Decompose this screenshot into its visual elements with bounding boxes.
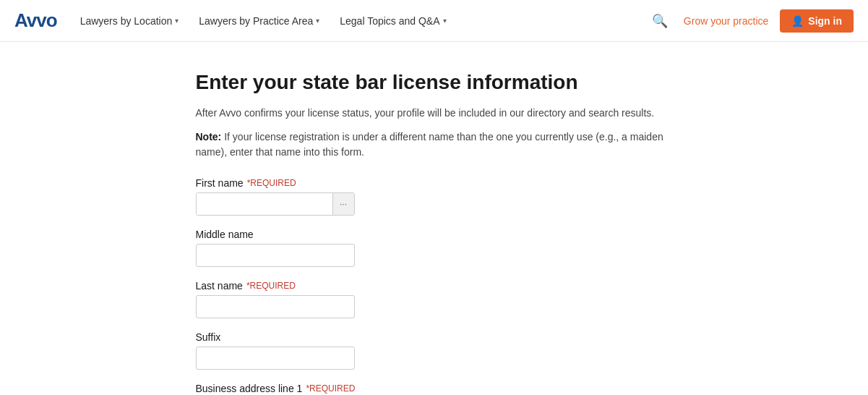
suffix-input[interactable]	[196, 347, 355, 370]
user-icon: 👤	[791, 15, 804, 27]
last-name-required: *REQUIRED	[246, 281, 296, 291]
grow-practice-link[interactable]: Grow your practice	[684, 15, 768, 27]
suffix-label: Suffix	[196, 331, 673, 343]
nav-lawyers-practice[interactable]: Lawyers by Practice Area ▾	[190, 9, 328, 33]
chevron-down-icon: ▾	[175, 17, 179, 25]
page-description: After Avvo confirms your license status,…	[196, 106, 673, 121]
nav-legal-topics[interactable]: Legal Topics and Q&A ▾	[331, 9, 455, 33]
middle-name-input[interactable]	[196, 244, 355, 267]
chevron-down-icon: ▾	[443, 17, 447, 25]
middle-name-label: Middle name	[196, 229, 673, 240]
business-address-1-required: *REQUIRED	[306, 383, 355, 394]
main-nav: Lawyers by Location ▾ Lawyers by Practic…	[72, 9, 648, 33]
first-name-input-wrapper: ···	[196, 192, 355, 216]
first-name-icon-button[interactable]: ···	[332, 193, 354, 215]
last-name-label: Last name *REQUIRED	[196, 280, 673, 292]
suffix-group: Suffix	[196, 331, 673, 370]
business-address-1-group: Business address line 1 *REQUIRED	[196, 383, 673, 395]
sign-in-button[interactable]: 👤 Sign in	[780, 9, 854, 33]
business-address-1-label: Business address line 1 *REQUIRED	[196, 383, 673, 394]
last-name-group: Last name *REQUIRED	[196, 280, 673, 318]
first-name-required: *REQUIRED	[247, 178, 296, 188]
header-right: 🔍 Grow your practice 👤 Sign in	[648, 9, 854, 33]
main-content: Enter your state bar license information…	[181, 42, 687, 395]
avvo-logo[interactable]: Avvo	[14, 9, 57, 32]
page-note: Note: If your license registration is un…	[196, 129, 673, 160]
first-name-group: First name *REQUIRED ···	[196, 177, 673, 216]
first-name-input[interactable]	[197, 193, 332, 215]
search-icon: 🔍	[652, 14, 668, 28]
note-bold: Note:	[196, 131, 222, 143]
last-name-input[interactable]	[196, 295, 355, 318]
ellipsis-icon: ···	[340, 199, 347, 209]
nav-lawyers-location[interactable]: Lawyers by Location ▾	[72, 9, 188, 33]
logo-text: Avvo	[14, 9, 57, 31]
note-text: If your license registration is under a …	[196, 131, 663, 158]
chevron-down-icon: ▾	[316, 17, 319, 25]
middle-name-group: Middle name	[196, 229, 673, 267]
search-button[interactable]: 🔍	[648, 9, 672, 33]
first-name-label: First name *REQUIRED	[196, 177, 673, 189]
page-title: Enter your state bar license information	[196, 71, 673, 94]
